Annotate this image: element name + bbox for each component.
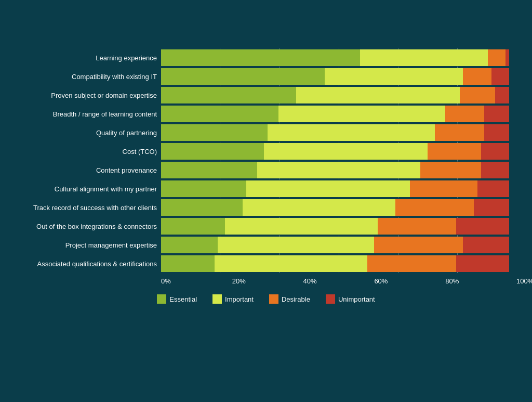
bar-row-1 [161, 68, 516, 85]
bar-row-4 [161, 124, 516, 141]
chart-title [16, 16, 516, 35]
bar-row-8 [161, 199, 516, 216]
legend-item-3: Unimportant [326, 294, 375, 304]
bar-segment-essential [161, 68, 325, 85]
bar-segment-essential [161, 49, 360, 66]
legend-swatch-essential [157, 294, 166, 304]
bar-segment-important [246, 180, 410, 197]
bar-segment-essential [161, 143, 264, 160]
bar-segment-important [360, 49, 488, 66]
bar-segment-essential [161, 180, 246, 197]
bar-segment-desirable [410, 180, 477, 197]
bar-segment-essential [161, 124, 268, 141]
bar-row-0 [161, 49, 516, 66]
bar-segment-desirable [420, 162, 481, 178]
legend-item-0: Essential [157, 294, 197, 304]
legend-swatch-desirable [269, 294, 278, 304]
legend-item-2: Desirable [269, 294, 310, 304]
bar-segment-essential [161, 87, 296, 103]
bars-and-grid [161, 48, 516, 273]
legend: EssentialImportantDesirableUnimportant [16, 294, 516, 304]
legend-swatch-unimportant [326, 294, 335, 304]
bar-segment-unimportant [477, 180, 510, 197]
bar-segment-important [257, 162, 421, 178]
y-label-9: Out of the box integrations & connectors [16, 217, 157, 236]
bar-segment-unimportant [456, 255, 510, 272]
x-tick-1: 20% [232, 277, 303, 285]
bar-row-3 [161, 106, 516, 122]
bar-segment-unimportant [463, 237, 509, 253]
bar-segment-important [268, 124, 434, 141]
x-tick-2: 40% [303, 277, 375, 285]
bar-segment-important [243, 199, 395, 216]
chart-body: Learning experienceCompatibility with ex… [16, 48, 516, 273]
bar-segment-unimportant [481, 143, 510, 160]
bar-row-6 [161, 162, 516, 178]
y-label-7: Cultural alignment with my partner [16, 179, 157, 198]
y-labels: Learning experienceCompatibility with ex… [16, 48, 161, 273]
bar-segment-unimportant [456, 218, 510, 235]
x-tick-0: 0% [161, 277, 232, 285]
bar-row-2 [161, 87, 516, 103]
bar-segment-unimportant [506, 49, 509, 66]
legend-label-2: Desirable [282, 295, 310, 303]
bar-segment-desirable [488, 49, 506, 66]
bar-segment-desirable [435, 124, 485, 141]
bar-row-9 [161, 218, 516, 235]
bar-segment-unimportant [481, 162, 510, 178]
bar-row-10 [161, 237, 516, 253]
bar-segment-essential [161, 162, 257, 178]
bar-row-7 [161, 180, 516, 197]
bar-segment-desirable [395, 199, 473, 216]
bar-row-5 [161, 143, 516, 160]
chart-container: Learning experienceCompatibility with ex… [0, 0, 532, 402]
legend-swatch-important [212, 294, 222, 304]
y-label-1: Compatibility with existing IT [16, 67, 157, 86]
x-tick-4: 80% [445, 277, 516, 285]
y-label-8: Track record of success with other clien… [16, 198, 157, 217]
legend-item-1: Important [212, 294, 254, 304]
y-label-11: Associated qualifications & certificatio… [16, 254, 157, 273]
legend-label-3: Unimportant [338, 295, 375, 303]
bar-segment-desirable [378, 218, 456, 235]
y-label-6: Content provenance [16, 161, 157, 179]
bar-segment-essential [161, 199, 243, 216]
bar-segment-important [225, 218, 378, 235]
y-label-10: Project management expertise [16, 236, 157, 254]
legend-label-1: Important [225, 295, 254, 303]
y-label-0: Learning experience [16, 48, 157, 67]
bar-segment-unimportant [491, 68, 509, 85]
bar-segment-desirable [460, 87, 495, 103]
bar-segment-desirable [463, 68, 491, 85]
bar-segment-important [215, 255, 367, 272]
bar-segment-essential [161, 255, 215, 272]
bar-segment-unimportant [484, 106, 509, 122]
bar-segment-unimportant [495, 87, 509, 103]
bar-segment-unimportant [474, 199, 509, 216]
x-tick-3: 60% [374, 277, 445, 285]
bar-segment-unimportant [484, 124, 509, 141]
bar-segment-desirable [374, 237, 463, 253]
legend-label-0: Essential [169, 295, 197, 303]
y-label-4: Quality of partnering [16, 123, 157, 142]
bar-segment-essential [161, 106, 278, 122]
bar-row-11 [161, 255, 516, 272]
y-label-3: Breadth / range of learning content [16, 105, 157, 123]
bar-segment-important [264, 143, 428, 160]
bar-segment-important [278, 106, 445, 122]
bar-segment-desirable [445, 106, 484, 122]
bar-segment-important [296, 87, 460, 103]
bar-segment-desirable [367, 255, 456, 272]
bar-segment-important [325, 68, 463, 85]
bar-segment-desirable [428, 143, 481, 160]
bars-wrapper [161, 48, 516, 273]
chart-area: Learning experienceCompatibility with ex… [16, 48, 516, 285]
x-axis: 0%20%40%60%80%100% [161, 277, 516, 285]
bar-segment-essential [161, 218, 225, 235]
y-label-2: Proven subject or domain expertise [16, 86, 157, 105]
bar-segment-essential [161, 237, 218, 253]
y-label-5: Cost (TCO) [16, 142, 157, 161]
bar-segment-important [218, 237, 374, 253]
